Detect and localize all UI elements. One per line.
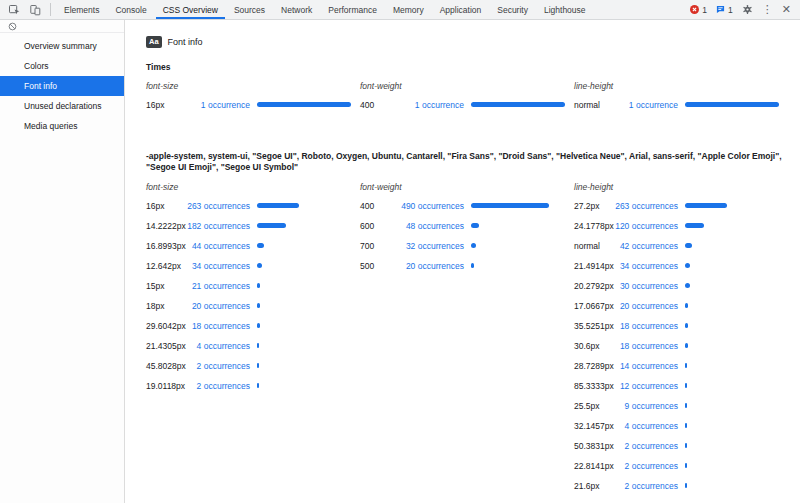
occurrences-link[interactable]: 20 occurrences [620,301,678,311]
page-header: Aa Font info [146,36,790,48]
occurrences-link-cell: 2 occurrences [630,436,678,456]
occurrences-link[interactable]: 263 occurrences [187,201,250,211]
occurrences-link-cell: 4 occurrences [630,416,678,436]
inspect-element-icon[interactable] [7,3,21,17]
font-info-aa-icon: Aa [146,36,162,48]
metric-column-font-weight: font-weight4001 occurrence [360,81,564,115]
occurrences-link-cell: 14 occurrences [630,356,678,376]
occurrences-link[interactable]: 20 occurrences [192,301,250,311]
font-metric-row: 45.8028px2 occurrences [146,356,350,376]
occurrences-link[interactable]: 4 occurrences [197,341,250,351]
metric-column-label: line-height [574,182,778,194]
occurrence-bar [685,463,687,468]
occurrences-link[interactable]: 42 occurrences [620,241,678,251]
occurrences-link[interactable]: 18 occurrences [620,341,678,351]
occurrences-link[interactable]: 18 occurrences [620,321,678,331]
metric-column-label: font-size [146,182,350,194]
tab-console[interactable]: Console [107,0,154,19]
tab-network[interactable]: Network [273,0,320,19]
occurrences-link[interactable]: 490 occurrences [401,201,464,211]
occurrences-link[interactable]: 1 occurrence [201,100,250,110]
occurrences-link[interactable]: 12 occurrences [620,381,678,391]
error-count-badge[interactable]: 1 [690,5,707,15]
occurrence-bar [471,203,549,208]
occurrences-link[interactable]: 2 occurrences [625,441,678,451]
tab-sources[interactable]: Sources [226,0,273,19]
tab-lighthouse[interactable]: Lighthouse [536,0,594,19]
font-metric-row: 29.6042px18 occurrences [146,316,350,336]
font-metric-row: 400490 occurrences [360,196,564,216]
close-devtools-icon[interactable]: ✕ [782,4,791,15]
occurrences-link[interactable]: 14 occurrences [620,361,678,371]
metric-value: 45.8028px [146,361,202,371]
font-metric-row: 17.0667px20 occurrences [574,296,778,316]
occurrences-link[interactable]: 34 occurrences [620,261,678,271]
occurrences-link-cell: 12 occurrences [630,376,678,396]
tab-application[interactable]: Application [432,0,490,19]
occurrences-link[interactable]: 2 occurrences [197,381,250,391]
css-overview-panel: Overview summaryColorsFont infoUnused de… [0,20,800,503]
sidebar-item-font-info[interactable]: Font info [0,76,124,96]
font-metric-row: 50.3831px2 occurrences [574,436,778,456]
font-info-pane: Aa Font info Timesfont-size16px1 occurre… [125,20,800,503]
occurrences-link[interactable]: 44 occurrences [192,241,250,251]
sidebar-item-colors[interactable]: Colors [0,56,124,76]
occurrences-link-cell: 18 occurrences [630,336,678,356]
font-metric-row: 30.6px18 occurrences [574,336,778,356]
occurrences-link[interactable]: 9 occurrences [625,401,678,411]
occurrences-link[interactable]: 30 occurrences [620,281,678,291]
issues-count-badge[interactable]: 1 [716,5,733,15]
devtools-tabs: ElementsConsoleCSS OverviewSourcesNetwor… [56,0,594,19]
occurrence-bar [257,223,286,228]
occurrences-link[interactable]: 2 occurrences [625,481,678,491]
font-metrics-grid: font-size16px263 occurrences14.2222px182… [146,182,790,496]
tab-security[interactable]: Security [489,0,536,19]
tab-css-overview[interactable]: CSS Overview [155,0,226,19]
occurrences-link[interactable]: 263 occurrences [615,201,678,211]
occurrence-bar [257,343,259,348]
occurrences-link[interactable]: 120 occurrences [615,221,678,231]
occurrences-link-cell: 20 occurrences [630,296,678,316]
occurrences-link-cell: 44 occurrences [202,236,250,256]
tab-elements[interactable]: Elements [56,0,107,19]
metric-column-label: font-weight [360,81,564,93]
occurrences-link[interactable]: 34 occurrences [192,261,250,271]
device-toolbar-icon[interactable] [28,3,42,17]
occurrence-bar [257,303,260,308]
font-metric-row: 16.8993px44 occurrences [146,236,350,256]
occurrences-link[interactable]: 48 occurrences [406,221,464,231]
tabbar-left-icons [0,0,56,19]
sidebar-item-overview-summary[interactable]: Overview summary [0,36,124,56]
font-metric-row: 14.2222px182 occurrences [146,216,350,236]
occurrences-link[interactable]: 21 occurrences [192,281,250,291]
occurrences-link[interactable]: 20 occurrences [406,261,464,271]
sidebar-item-media-queries[interactable]: Media queries [0,116,124,136]
clear-overview-icon[interactable] [7,21,17,31]
tab-memory[interactable]: Memory [385,0,432,19]
sidebar-item-unused-declarations[interactable]: Unused declarations [0,96,124,116]
settings-gear-icon[interactable] [742,4,753,15]
occurrences-link-cell: 2 occurrences [202,356,250,376]
tab-performance[interactable]: Performance [320,0,385,19]
occurrences-link[interactable]: 32 occurrences [406,241,464,251]
more-options-icon[interactable]: ⋮ [762,4,773,15]
font-metric-row: 60048 occurrences [360,216,564,236]
occurrences-link[interactable]: 1 occurrence [629,100,678,110]
font-metric-row: 70032 occurrences [360,236,564,256]
occurrences-link[interactable]: 182 occurrences [187,221,250,231]
occurrence-bar [685,303,688,308]
metric-value: 21.6px [574,481,630,491]
occurrences-link-cell: 120 occurrences [630,216,678,236]
occurrences-link[interactable]: 2 occurrences [625,461,678,471]
issues-icon [716,5,725,14]
occurrence-bar [685,343,688,348]
occurrences-link[interactable]: 4 occurrences [625,421,678,431]
metric-column-label: font-weight [360,182,564,194]
occurrence-bar [685,203,727,208]
occurrences-link-cell: 21 occurrences [202,276,250,296]
occurrences-link[interactable]: 1 occurrence [415,100,464,110]
font-metric-row: 21.4305px4 occurrences [146,336,350,356]
occurrences-link-cell: 18 occurrences [202,316,250,336]
occurrences-link[interactable]: 2 occurrences [197,361,250,371]
occurrences-link[interactable]: 18 occurrences [192,321,250,331]
